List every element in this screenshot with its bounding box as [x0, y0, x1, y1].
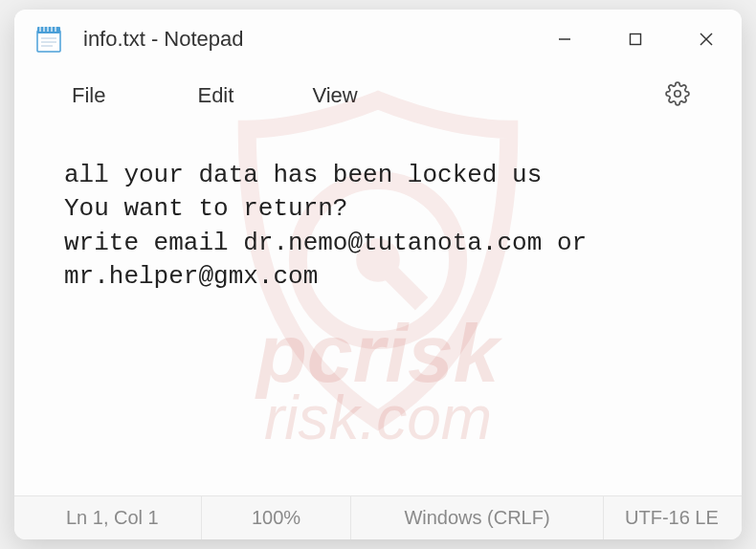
- status-cursor-position: Ln 1, Col 1: [66, 496, 202, 539]
- statusbar: Ln 1, Col 1 100% Windows (CRLF) UTF-16 L…: [14, 495, 742, 539]
- notepad-window: info.txt - Notepad File Edit View: [14, 10, 742, 539]
- settings-button[interactable]: [659, 76, 696, 116]
- titlebar: info.txt - Notepad: [14, 10, 742, 69]
- menu-file[interactable]: File: [60, 77, 117, 114]
- menubar: File Edit View: [14, 69, 742, 122]
- menu-view[interactable]: View: [300, 77, 368, 114]
- svg-rect-0: [37, 31, 60, 52]
- status-zoom[interactable]: 100%: [202, 496, 351, 539]
- window-controls: [529, 10, 742, 69]
- status-encoding: UTF-16 LE: [604, 496, 736, 539]
- close-button[interactable]: [671, 10, 742, 69]
- window-title: info.txt - Notepad: [83, 27, 529, 52]
- status-line-ending: Windows (CRLF): [351, 496, 604, 539]
- notepad-app-icon: [33, 24, 64, 55]
- minimize-button[interactable]: [529, 10, 600, 69]
- menu-edit[interactable]: Edit: [186, 77, 245, 114]
- maximize-button[interactable]: [600, 10, 671, 69]
- svg-rect-11: [631, 34, 641, 45]
- svg-point-14: [675, 91, 681, 98]
- text-area[interactable]: all your data has been locked us You wan…: [14, 122, 742, 495]
